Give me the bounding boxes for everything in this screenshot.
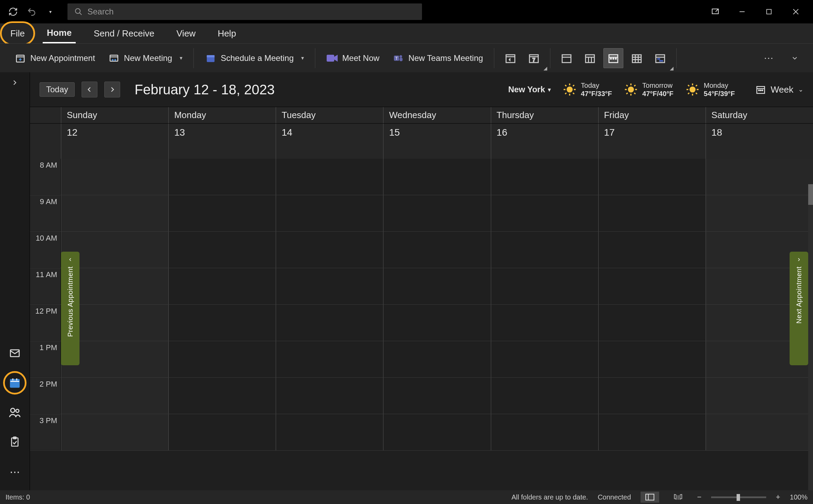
time-slot[interactable] bbox=[491, 341, 598, 377]
people-nav-icon[interactable] bbox=[7, 404, 23, 421]
day-header[interactable]: Tuesday bbox=[276, 107, 383, 123]
time-slot[interactable] bbox=[383, 378, 490, 414]
close-icon[interactable] bbox=[785, 3, 806, 20]
time-slot[interactable] bbox=[276, 378, 383, 414]
time-slot[interactable] bbox=[61, 195, 168, 231]
time-slot[interactable] bbox=[168, 268, 276, 304]
zoom-level[interactable]: 100% bbox=[790, 493, 807, 501]
chevron-down-icon[interactable]: ▾ bbox=[301, 55, 304, 61]
ribbon-display-icon[interactable] bbox=[705, 3, 726, 20]
new-teams-meeting-button[interactable]: T New Teams Meeting bbox=[388, 48, 488, 68]
date-cell[interactable]: 17 bbox=[598, 124, 706, 159]
time-slot[interactable] bbox=[491, 414, 598, 450]
expand-pane-icon[interactable] bbox=[0, 72, 30, 93]
date-cell[interactable]: 16 bbox=[491, 124, 598, 159]
time-slot[interactable] bbox=[491, 232, 598, 268]
new-meeting-button[interactable]: New Meeting ▾ bbox=[103, 48, 187, 68]
more-nav-icon[interactable]: ⋯ bbox=[7, 463, 23, 480]
time-slot[interactable] bbox=[598, 195, 706, 231]
calendar-nav-icon[interactable] bbox=[7, 375, 23, 391]
normal-view-icon[interactable] bbox=[641, 492, 659, 503]
time-slot[interactable] bbox=[383, 268, 490, 304]
dialog-launcher-icon[interactable]: ◢ bbox=[543, 65, 547, 71]
meet-now-button[interactable]: Meet Now bbox=[321, 48, 384, 68]
time-slot[interactable] bbox=[706, 195, 813, 231]
next-appointment-tab[interactable]: › Next Appointment bbox=[790, 252, 808, 365]
weather-day[interactable]: Today47°F/33°F bbox=[562, 81, 612, 98]
time-slot[interactable] bbox=[491, 305, 598, 341]
time-slot[interactable] bbox=[276, 195, 383, 231]
more-commands-icon[interactable]: ⋯ bbox=[759, 48, 779, 68]
time-slot[interactable] bbox=[383, 159, 490, 195]
day-header[interactable]: Wednesday bbox=[383, 107, 490, 123]
time-slot[interactable] bbox=[491, 378, 598, 414]
search-box[interactable] bbox=[67, 3, 422, 20]
schedule-view-button[interactable] bbox=[650, 48, 670, 68]
sync-icon[interactable] bbox=[6, 5, 20, 19]
time-slot[interactable] bbox=[598, 159, 706, 195]
day-header[interactable]: Thursday bbox=[491, 107, 598, 123]
time-slot[interactable] bbox=[168, 305, 276, 341]
time-slot[interactable] bbox=[383, 195, 490, 231]
qat-customize-icon[interactable]: ▾ bbox=[43, 5, 57, 19]
time-slot[interactable] bbox=[598, 232, 706, 268]
maximize-icon[interactable] bbox=[759, 3, 779, 20]
slider-thumb[interactable] bbox=[737, 494, 740, 501]
previous-appointment-tab[interactable]: ‹ Previous Appointment bbox=[61, 252, 80, 365]
date-cell[interactable]: 18 bbox=[706, 124, 813, 159]
time-slot[interactable] bbox=[61, 414, 168, 450]
time-slot[interactable] bbox=[491, 159, 598, 195]
time-slot[interactable] bbox=[598, 378, 706, 414]
search-input[interactable] bbox=[87, 7, 415, 17]
time-slot[interactable] bbox=[706, 159, 813, 195]
date-cell[interactable]: 14 bbox=[276, 124, 383, 159]
view-selector-dropdown[interactable]: Week ⌄ bbox=[756, 84, 803, 95]
week-view-button[interactable] bbox=[603, 48, 623, 68]
time-slot[interactable] bbox=[276, 341, 383, 377]
time-slot[interactable] bbox=[276, 414, 383, 450]
zoom-slider[interactable] bbox=[711, 496, 766, 498]
mail-nav-icon[interactable] bbox=[7, 345, 23, 361]
next-week-button[interactable] bbox=[104, 82, 120, 97]
time-slot[interactable] bbox=[168, 232, 276, 268]
collapse-ribbon-icon[interactable] bbox=[785, 48, 805, 68]
day-header[interactable]: Friday bbox=[598, 107, 706, 123]
time-slot[interactable] bbox=[383, 232, 490, 268]
zoom-in-icon[interactable]: + bbox=[776, 493, 780, 502]
time-slot[interactable] bbox=[168, 195, 276, 231]
new-appointment-button[interactable]: New Appointment bbox=[10, 48, 100, 68]
weather-location-dropdown[interactable]: New York▾ bbox=[508, 85, 550, 94]
undo-icon[interactable] bbox=[25, 5, 39, 19]
minimize-icon[interactable] bbox=[732, 3, 752, 20]
tab-home[interactable]: Home bbox=[43, 23, 76, 43]
today-button[interactable]: Today bbox=[40, 82, 75, 97]
work-week-view-button[interactable] bbox=[580, 48, 600, 68]
dialog-launcher-icon[interactable]: ◢ bbox=[670, 65, 674, 71]
day-header[interactable]: Sunday bbox=[61, 107, 168, 123]
time-slot[interactable] bbox=[276, 232, 383, 268]
time-slot[interactable] bbox=[61, 159, 168, 195]
time-slot[interactable] bbox=[383, 341, 490, 377]
time-slot[interactable] bbox=[706, 378, 813, 414]
goto-today-button[interactable] bbox=[500, 48, 520, 68]
time-slot[interactable] bbox=[383, 305, 490, 341]
day-header[interactable]: Monday bbox=[168, 107, 276, 123]
tab-view[interactable]: View bbox=[172, 23, 200, 43]
time-slot[interactable] bbox=[598, 414, 706, 450]
time-slot[interactable] bbox=[276, 159, 383, 195]
tab-help[interactable]: Help bbox=[213, 23, 240, 43]
scrollbar-thumb[interactable] bbox=[808, 184, 813, 205]
time-slot[interactable] bbox=[168, 159, 276, 195]
time-slot[interactable] bbox=[61, 378, 168, 414]
time-slot[interactable] bbox=[168, 414, 276, 450]
tab-send-receive[interactable]: Send / Receive bbox=[89, 23, 158, 43]
month-view-button[interactable] bbox=[627, 48, 647, 68]
time-slot[interactable] bbox=[491, 268, 598, 304]
schedule-meeting-button[interactable]: Schedule a Meeting ▾ bbox=[200, 48, 309, 68]
weather-day[interactable]: Tomorrow47°F/40°F bbox=[624, 81, 673, 98]
zoom-out-icon[interactable]: − bbox=[697, 493, 701, 502]
time-slot[interactable] bbox=[598, 341, 706, 377]
time-slot[interactable] bbox=[598, 305, 706, 341]
time-slot[interactable] bbox=[276, 268, 383, 304]
reading-view-icon[interactable] bbox=[669, 492, 687, 503]
